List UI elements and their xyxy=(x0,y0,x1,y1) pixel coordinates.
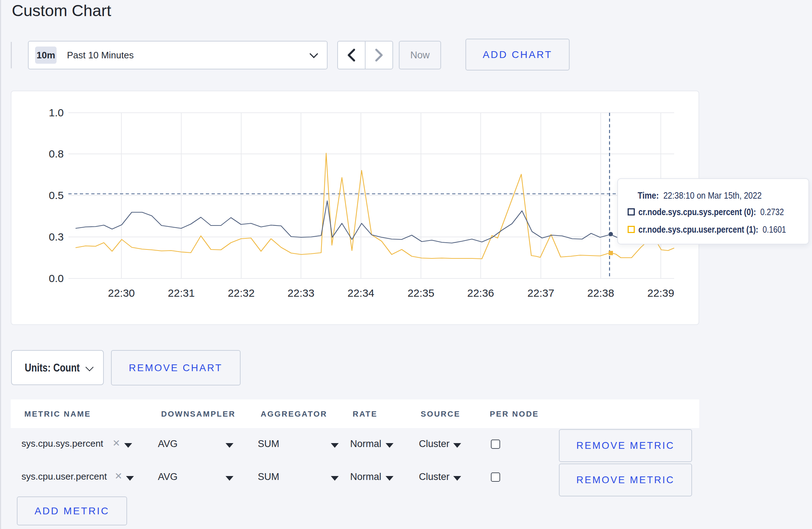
svg-text:0.8: 0.8 xyxy=(49,148,64,160)
svg-text:0.3: 0.3 xyxy=(49,231,64,243)
svg-text:0.5: 0.5 xyxy=(49,189,64,201)
svg-text:22:36: 22:36 xyxy=(467,287,494,299)
svg-text:22:38: 22:38 xyxy=(587,287,614,299)
svg-text:22:35: 22:35 xyxy=(407,287,434,299)
svg-text:22:31: 22:31 xyxy=(168,287,195,299)
svg-text:0.0: 0.0 xyxy=(49,272,64,284)
svg-text:22:30: 22:30 xyxy=(108,287,135,299)
svg-text:22:39: 22:39 xyxy=(647,287,674,299)
svg-text:22:34: 22:34 xyxy=(347,287,374,299)
svg-text:22:32: 22:32 xyxy=(228,287,255,299)
svg-text:22:37: 22:37 xyxy=(527,287,554,299)
svg-text:1.0: 1.0 xyxy=(49,107,64,118)
svg-text:22:33: 22:33 xyxy=(287,287,314,299)
